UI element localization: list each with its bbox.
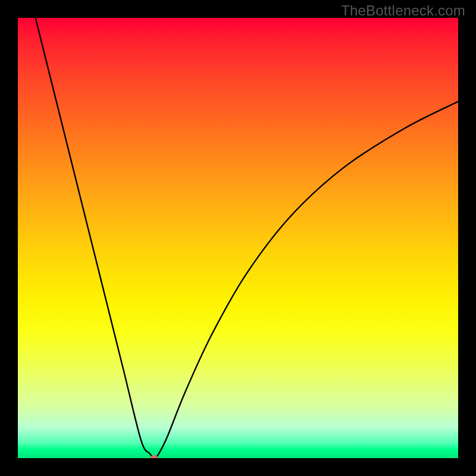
chart-frame: TheBottleneck.com [0,0,476,476]
plot-area [18,18,458,458]
bottleneck-curve [18,18,458,458]
optimum-marker [150,455,158,458]
watermark-text: TheBottleneck.com [341,2,465,19]
